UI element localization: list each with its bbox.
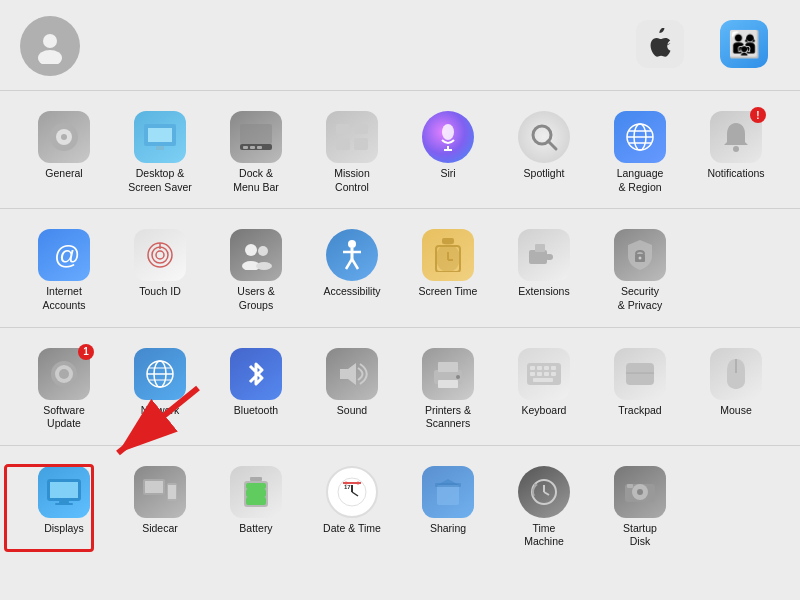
grid-4: Displays Sidecar xyxy=(16,458,784,555)
svg-marker-60 xyxy=(340,363,356,385)
svg-rect-72 xyxy=(544,372,549,376)
item-dock-menubar[interactable]: Dock &Menu Bar xyxy=(208,103,304,200)
item-bluetooth[interactable]: Bluetooth xyxy=(208,340,304,437)
item-displays[interactable]: Displays xyxy=(16,458,112,555)
svg-point-54 xyxy=(59,369,69,379)
software-update-label: SoftwareUpdate xyxy=(43,404,84,431)
network-icon xyxy=(134,348,186,400)
svg-point-33 xyxy=(245,244,257,256)
svg-rect-75 xyxy=(626,363,654,385)
item-date-time[interactable]: 17 Date & Time xyxy=(304,458,400,555)
svg-rect-11 xyxy=(250,146,255,149)
svg-rect-10 xyxy=(243,146,248,149)
users-groups-icon xyxy=(230,229,282,281)
item-sound[interactable]: Sound xyxy=(304,340,400,437)
item-sidecar[interactable]: Sidecar xyxy=(112,458,208,555)
svg-rect-8 xyxy=(240,124,272,144)
item-general[interactable]: General xyxy=(16,103,112,200)
item-trackpad[interactable]: Trackpad xyxy=(592,340,688,437)
svg-rect-67 xyxy=(537,366,542,370)
trackpad-icon xyxy=(614,348,666,400)
item-keyboard[interactable]: Keyboard xyxy=(496,340,592,437)
item-battery[interactable]: Battery xyxy=(208,458,304,555)
printers-scanners-label: Printers &Scanners xyxy=(425,404,471,431)
sidecar-icon xyxy=(134,466,186,518)
printers-scanners-icon xyxy=(422,348,474,400)
svg-point-107 xyxy=(637,489,643,495)
item-software-update[interactable]: 1 SoftwareUpdate xyxy=(16,340,112,437)
item-startup-disk[interactable]: StartupDisk xyxy=(592,458,688,555)
item-accessibility[interactable]: Accessibility xyxy=(304,221,400,318)
svg-rect-83 xyxy=(145,481,163,493)
grid-2: @ InternetAccounts Touch ID xyxy=(16,221,784,318)
item-spotlight[interactable]: Spotlight xyxy=(496,103,592,200)
svg-rect-88 xyxy=(246,497,266,505)
dock-menubar-icon xyxy=(230,111,282,163)
svg-point-51 xyxy=(639,257,642,260)
apple-id-button[interactable] xyxy=(624,20,696,72)
svg-rect-7 xyxy=(156,146,164,150)
item-language-region[interactable]: Language& Region xyxy=(592,103,688,200)
section-view-2: @ InternetAccounts Touch ID xyxy=(0,209,800,327)
notifications-badge: ! xyxy=(750,107,766,123)
item-mission-control[interactable]: MissionControl xyxy=(304,103,400,200)
sound-icon xyxy=(326,348,378,400)
siri-icon xyxy=(422,111,474,163)
svg-rect-48 xyxy=(545,254,553,260)
item-sharing[interactable]: Sharing xyxy=(400,458,496,555)
sound-label: Sound xyxy=(337,404,367,418)
item-extensions[interactable]: Extensions xyxy=(496,221,592,318)
item-screen-time[interactable]: Screen Time xyxy=(400,221,496,318)
item-users-groups[interactable]: Users &Groups xyxy=(208,221,304,318)
item-internet-accounts[interactable]: @ InternetAccounts xyxy=(16,221,112,318)
notifications-label: Notifications xyxy=(707,167,764,181)
item-mouse[interactable]: Mouse xyxy=(688,340,784,437)
item-time-machine[interactable]: TimeMachine xyxy=(496,458,592,555)
item-touch-id[interactable]: Touch ID xyxy=(112,221,208,318)
item-printers-scanners[interactable]: Printers &Scanners xyxy=(400,340,496,437)
battery-label: Battery xyxy=(239,522,272,536)
item-network[interactable]: Network xyxy=(112,340,208,437)
svg-rect-69 xyxy=(551,366,556,370)
extensions-icon xyxy=(518,229,570,281)
item-desktop-screensaver[interactable]: Desktop &Screen Saver xyxy=(112,103,208,200)
item-security-privacy[interactable]: Security& Privacy xyxy=(592,221,688,318)
network-label: Network xyxy=(141,404,180,418)
family-sharing-button[interactable]: 👨‍👩‍👧 xyxy=(708,20,780,72)
keyboard-label: Keyboard xyxy=(522,404,567,418)
svg-rect-6 xyxy=(148,128,172,142)
sharing-icon xyxy=(422,466,474,518)
item-notifications[interactable]: ! Notifications xyxy=(688,103,784,200)
date-time-icon: 17 xyxy=(326,466,378,518)
section-view-1: General Desktop &Screen Saver Dock &Menu… xyxy=(0,91,800,209)
profile-section[interactable] xyxy=(20,16,94,76)
language-region-icon xyxy=(614,111,666,163)
item-siri[interactable]: Siri xyxy=(400,103,496,200)
svg-rect-81 xyxy=(55,503,73,505)
svg-line-103 xyxy=(544,492,549,495)
startup-disk-label: StartupDisk xyxy=(623,522,657,549)
svg-text:17: 17 xyxy=(344,484,351,490)
battery-icon xyxy=(230,466,282,518)
svg-rect-66 xyxy=(530,366,535,370)
svg-rect-100 xyxy=(435,483,461,487)
svg-point-4 xyxy=(61,134,67,140)
svg-rect-16 xyxy=(354,138,368,150)
svg-rect-98 xyxy=(437,485,459,505)
notifications-icon: ! xyxy=(710,111,762,163)
avatar[interactable] xyxy=(20,16,80,76)
screen-time-icon xyxy=(422,229,474,281)
svg-rect-49 xyxy=(535,244,545,252)
security-privacy-label: Security& Privacy xyxy=(618,285,662,312)
language-region-label: Language& Region xyxy=(617,167,664,194)
svg-point-37 xyxy=(348,240,356,248)
svg-point-97 xyxy=(357,481,360,484)
svg-point-17 xyxy=(442,124,454,140)
header-right-actions: 👨‍👩‍👧 xyxy=(624,20,780,72)
bluetooth-label: Bluetooth xyxy=(234,404,278,418)
svg-point-35 xyxy=(258,246,268,256)
trackpad-label: Trackpad xyxy=(618,404,661,418)
svg-point-31 xyxy=(156,251,164,259)
internet-accounts-icon: @ xyxy=(38,229,90,281)
security-privacy-icon xyxy=(614,229,666,281)
